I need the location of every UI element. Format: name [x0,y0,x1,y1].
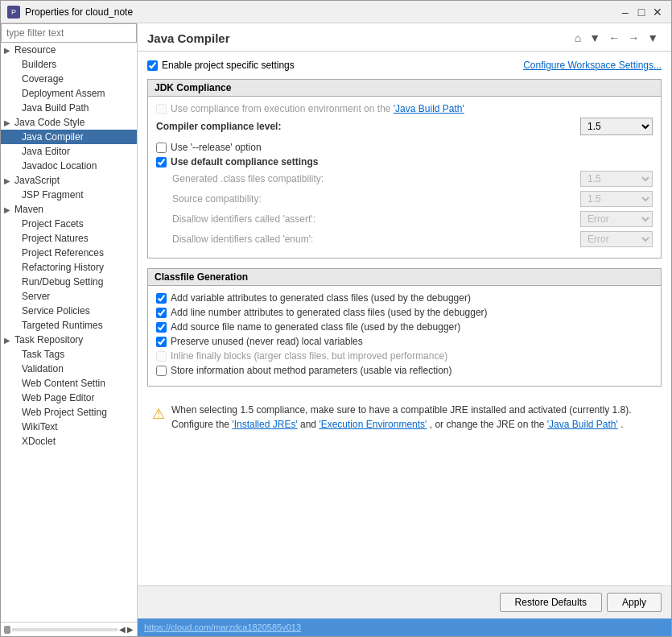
jdk-compliance-body: Use compliance from execution environmen… [148,97,661,258]
sidebar-item-web-project-setting[interactable]: Web Project Setting [1,405,137,420]
compliance-level-select[interactable]: 1.5 [580,118,653,135]
source-compat-select[interactable]: 1.5 [580,191,653,207]
nav-home-button[interactable]: ⌂ [571,30,584,46]
sidebar-item-builders[interactable]: Builders [1,57,137,72]
sidebar-item-maven[interactable]: ▶ Maven [1,202,137,217]
arrow-icon: ▶ [4,176,12,185]
nav-dropdown-button[interactable]: ▼ [586,30,604,46]
classfile-generation-section: Classfile Generation Add variable attrib… [147,268,662,387]
disallow-assert-select[interactable]: Error [580,211,653,227]
java-build-path-link2[interactable]: 'Java Build Path' [547,419,618,430]
add-source-row: Add source file name to generated class … [156,321,653,333]
sidebar-item-java-compiler[interactable]: Java Compiler [1,130,137,144]
main-panel: Java Compiler ⌂ ▼ ← → ▼ Enable project s… [138,23,671,636]
sidebar-item-wikitext[interactable]: WikiText [1,420,137,434]
main-content: ▶ Resource Builders Coverage Deployment … [1,23,671,636]
sidebar-item-project-references[interactable]: Project References [1,246,137,260]
sidebar-item-coverage[interactable]: Coverage [1,72,137,86]
sidebar-item-project-facets[interactable]: Project Facets [1,217,137,231]
warning-row: ⚠ When selecting 1.5 compliance, make su… [147,396,662,438]
sidebar-item-javascript[interactable]: ▶ JavaScript [1,173,137,188]
generated-class-row: Generated .class files compatibility: 1.… [156,171,653,187]
sidebar-item-service-policies[interactable]: Service Policies [1,304,137,318]
disallow-enum-select[interactable]: Error [580,231,653,247]
arrow-icon: ▶ [4,118,12,127]
use-release-checkbox[interactable] [156,143,167,153]
properties-window: P Properties for cloud_note – □ ✕ ▶ Reso… [0,0,672,637]
sidebar-item-deployment-assem[interactable]: Deployment Assem [1,86,137,101]
maximize-button[interactable]: □ [634,5,649,19]
use-release-row: Use '--release' option [156,142,653,153]
sidebar-item-refactoring-history[interactable]: Refactoring History [1,260,137,275]
sidebar-item-java-code-style[interactable]: ▶ Java Code Style [1,115,137,130]
nav-more-button[interactable]: ▼ [644,30,662,46]
jdk-compliance-header: JDK Compliance [148,80,661,97]
disallow-enum-label: Disallow identifiers called 'enum': [172,234,574,245]
sidebar-scrollbar[interactable]: ◀ ▶ [1,622,137,636]
panel-nav: ⌂ ▼ ← → ▼ [571,30,662,46]
sidebar-item-server[interactable]: Server [1,289,137,304]
warning-text: When selecting 1.5 compliance, make sure… [171,403,657,432]
sidebar-item-web-page-editor[interactable]: Web Page Editor [1,391,137,405]
enable-row: Enable project specific settings Configu… [147,60,662,71]
generated-class-select[interactable]: 1.5 [580,171,653,187]
sidebar-item-xdoclet[interactable]: XDoclet [1,434,137,449]
use-default-label: Use default compliance settings [171,156,318,168]
execution-env-link[interactable]: 'Execution Environments' [319,419,427,430]
sidebar-item-task-repository[interactable]: ▶ Task Repository [1,333,137,347]
close-button[interactable]: ✕ [650,5,665,19]
sidebar-item-jsp-fragment[interactable]: JSP Fragment [1,188,137,202]
title-bar: P Properties for cloud_note – □ ✕ [1,1,671,23]
use-compliance-checkbox[interactable] [156,104,167,114]
disallow-assert-label: Disallow identifiers called 'assert': [172,213,574,225]
arrow-icon: ▶ [4,46,12,55]
disallow-assert-row: Disallow identifiers called 'assert': Er… [156,211,653,227]
preserve-unused-checkbox[interactable] [156,337,167,347]
inline-finally-row: Inline finally blocks (larger class file… [156,350,653,362]
use-compliance-label: Use compliance from execution environmen… [171,103,464,114]
sidebar-item-validation[interactable]: Validation [1,362,137,376]
classfile-generation-body: Add variable attributes to generated cla… [148,286,661,386]
minimize-button[interactable]: – [618,5,633,19]
installed-jres-link[interactable]: 'Installed JREs' [232,419,297,430]
sidebar-item-java-editor[interactable]: Java Editor [1,144,137,159]
add-line-checkbox[interactable] [156,308,167,318]
configure-workspace-link[interactable]: Configure Workspace Settings... [523,60,662,71]
restore-defaults-button[interactable]: Restore Defaults [500,593,602,612]
sidebar-item-java-build-path[interactable]: Java Build Path [1,101,137,115]
sidebar-item-run-debug-setting[interactable]: Run/Debug Setting [1,275,137,289]
use-release-label: Use '--release' option [171,142,262,153]
generated-class-label: Generated .class files compatibility: [172,173,574,184]
add-source-label: Add source file name to generated class … [171,321,460,333]
store-info-checkbox[interactable] [156,366,167,376]
window-icon: P [7,6,20,19]
enable-specific-checkbox[interactable] [147,60,158,71]
sidebar-item-resource[interactable]: ▶ Resource [1,43,137,57]
enable-left: Enable project specific settings [147,60,295,71]
sidebar-item-task-tags[interactable]: Task Tags [1,347,137,362]
apply-button[interactable]: Apply [607,593,662,612]
add-variable-label: Add variable attributes to generated cla… [171,292,471,304]
use-compliance-row: Use compliance from execution environmen… [156,103,653,114]
disallow-enum-row: Disallow identifiers called 'enum': Erro… [156,231,653,247]
sidebar-item-javadoc-location[interactable]: Javadoc Location [1,159,137,173]
add-source-checkbox[interactable] [156,322,167,333]
filter-input[interactable] [1,23,137,43]
inline-finally-checkbox[interactable] [156,351,167,362]
arrow-icon: ▶ [4,205,12,214]
preserve-unused-row: Preserve unused (never read) local varia… [156,336,653,347]
store-info-row: Store information about method parameter… [156,365,653,376]
add-variable-row: Add variable attributes to generated cla… [156,292,653,304]
status-link[interactable]: https://cloud.com/marzdca1820585v013 [144,623,301,632]
sidebar-item-project-natures[interactable]: Project Natures [1,231,137,246]
use-default-checkbox[interactable] [156,157,167,168]
warning-icon: ⚠ [152,403,165,425]
panel-content: Enable project specific settings Configu… [138,52,671,585]
sidebar-item-web-content-setting[interactable]: Web Content Settin [1,376,137,391]
add-variable-checkbox[interactable] [156,293,167,304]
sidebar-item-targeted-runtimes[interactable]: Targeted Runtimes [1,318,137,333]
nav-forward-button[interactable]: → [625,30,642,46]
java-build-path-link[interactable]: 'Java Build Path' [394,103,464,114]
status-bar: https://cloud.com/marzdca1820585v013 [138,618,671,636]
nav-back-button[interactable]: ← [605,30,623,46]
